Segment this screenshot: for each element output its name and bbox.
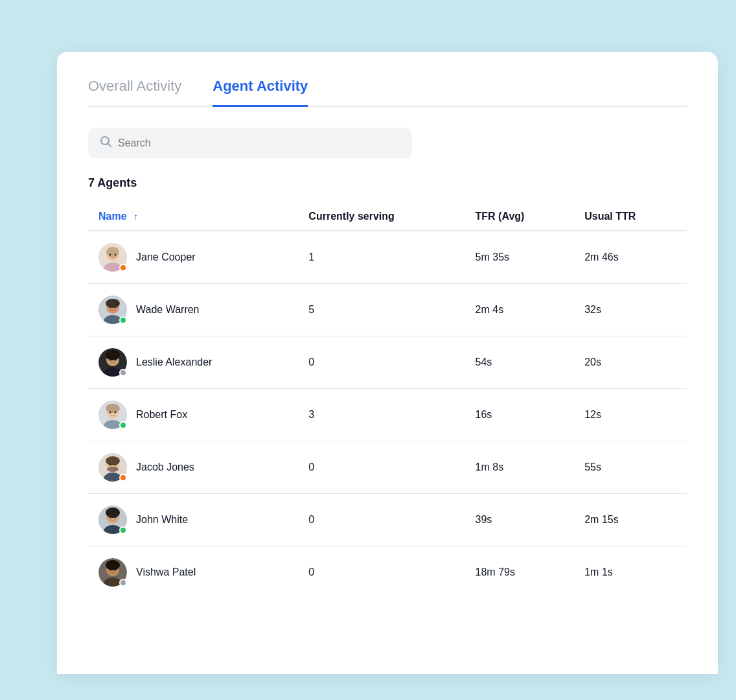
svg-point-7 [115, 254, 117, 256]
tab-bar: Overall Activity Agent Activity [88, 78, 687, 107]
svg-point-18 [109, 359, 111, 361]
status-dot-5 [119, 474, 127, 482]
svg-point-37 [109, 517, 111, 519]
status-dot-2 [119, 316, 127, 324]
table-header-row: Name ↑ Currently serving TFR (Avg) Usual… [88, 203, 687, 231]
svg-point-6 [109, 254, 111, 256]
avatar-wrap-1 [98, 243, 127, 272]
svg-point-5 [106, 247, 119, 257]
usual-ttr-5: 55s [574, 441, 687, 494]
table-row[interactable]: Leslie Alexander 0 54s 20s [88, 336, 687, 389]
tab-agent-activity[interactable]: Agent Activity [213, 78, 308, 107]
svg-point-23 [106, 404, 120, 413]
tfr-avg-4: 16s [465, 389, 575, 441]
search-box [88, 128, 412, 158]
agent-name-6: John White [136, 514, 188, 526]
avatar-wrap-6 [98, 506, 127, 534]
avatar-wrap-4 [98, 401, 127, 429]
search-icon [100, 135, 111, 150]
table-row[interactable]: Vishwa Patel 0 18m 79s 1m 1s [88, 546, 687, 599]
currently-serving-3: 0 [298, 336, 465, 389]
agent-cell-7: Vishwa Patel [88, 546, 298, 599]
agent-name-7: Vishwa Patel [136, 566, 196, 578]
agent-name-1: Jane Cooper [136, 251, 196, 263]
agent-name-3: Leslie Alexander [136, 356, 212, 368]
svg-point-30 [106, 456, 120, 465]
avatar-wrap-3 [98, 348, 127, 377]
table-row[interactable]: Wade Warren 5 2m 4s 32s [88, 284, 687, 336]
svg-point-11 [106, 299, 120, 308]
table-row[interactable]: Robert Fox 3 16s 12s [88, 389, 687, 441]
usual-ttr-2: 32s [574, 284, 687, 336]
currently-serving-2: 5 [298, 284, 465, 336]
col-name[interactable]: Name ↑ [88, 203, 298, 231]
table-row[interactable]: Jacob Jones 0 1m 8s 55s [88, 441, 687, 494]
currently-serving-7: 0 [298, 546, 465, 599]
agent-count: 7 Agents [88, 176, 687, 190]
svg-point-31 [109, 464, 111, 466]
table-row[interactable]: Jane Cooper 1 5m 35s 2m 46s [88, 231, 687, 284]
svg-point-36 [106, 508, 120, 518]
col-currently-serving[interactable]: Currently serving [298, 203, 465, 231]
svg-point-25 [115, 412, 117, 414]
agent-name-2: Wade Warren [136, 304, 200, 316]
usual-ttr-7: 1m 1s [574, 546, 687, 599]
agent-name-5: Jacob Jones [136, 461, 194, 473]
svg-point-0 [101, 137, 109, 145]
status-dot-3 [119, 369, 127, 377]
agent-cell-2: Wade Warren [88, 284, 298, 336]
svg-point-24 [109, 412, 111, 414]
agent-cell-1: Jane Cooper [88, 231, 298, 284]
search-input[interactable] [118, 137, 400, 149]
avatar-wrap-7 [98, 558, 127, 587]
svg-point-38 [115, 517, 117, 519]
svg-point-12 [109, 307, 111, 309]
tfr-avg-2: 2m 4s [465, 284, 575, 336]
avatar-wrap-5 [98, 453, 127, 482]
table-row[interactable]: John White 0 39s 2m 15s [88, 494, 687, 546]
col-usual-ttr[interactable]: Usual TTR [574, 203, 687, 231]
svg-line-1 [108, 144, 111, 146]
col-tfr-avg[interactable]: TFR (Avg) [465, 203, 575, 231]
currently-serving-5: 0 [298, 441, 465, 494]
svg-point-13 [115, 307, 117, 309]
avatar-wrap-2 [98, 296, 127, 324]
status-dot-1 [119, 264, 127, 272]
usual-ttr-6: 2m 15s [574, 494, 687, 546]
tfr-avg-6: 39s [465, 494, 575, 546]
tfr-avg-5: 1m 8s [465, 441, 575, 494]
tab-overall-activity[interactable]: Overall Activity [88, 78, 181, 107]
svg-point-32 [115, 464, 117, 466]
tfr-avg-1: 5m 35s [465, 231, 575, 284]
sort-arrow-icon: ↑ [133, 211, 138, 222]
currently-serving-4: 3 [298, 389, 465, 441]
agent-cell-3: Leslie Alexander [88, 336, 298, 389]
currently-serving-6: 0 [298, 494, 465, 546]
status-dot-4 [119, 421, 127, 429]
svg-point-29 [107, 467, 119, 472]
search-container [88, 128, 687, 158]
svg-point-44 [115, 569, 117, 571]
main-card: Overall Activity Agent Activity 7 Agents… [57, 52, 718, 674]
svg-point-42 [106, 560, 120, 570]
tfr-avg-7: 18m 79s [465, 546, 575, 599]
status-dot-6 [119, 526, 127, 534]
agent-cell-5: Jacob Jones [88, 441, 298, 494]
svg-point-19 [115, 359, 117, 361]
currently-serving-1: 1 [298, 231, 465, 284]
agent-name-4: Robert Fox [136, 409, 187, 421]
usual-ttr-1: 2m 46s [574, 231, 687, 284]
svg-point-43 [109, 569, 111, 571]
agents-table: Name ↑ Currently serving TFR (Avg) Usual… [88, 203, 687, 598]
status-dot-7 [119, 579, 127, 587]
agent-cell-6: John White [88, 494, 298, 546]
svg-point-17 [106, 350, 120, 360]
usual-ttr-4: 12s [574, 389, 687, 441]
tfr-avg-3: 54s [465, 336, 575, 389]
agent-cell-4: Robert Fox [88, 389, 298, 441]
usual-ttr-3: 20s [574, 336, 687, 389]
